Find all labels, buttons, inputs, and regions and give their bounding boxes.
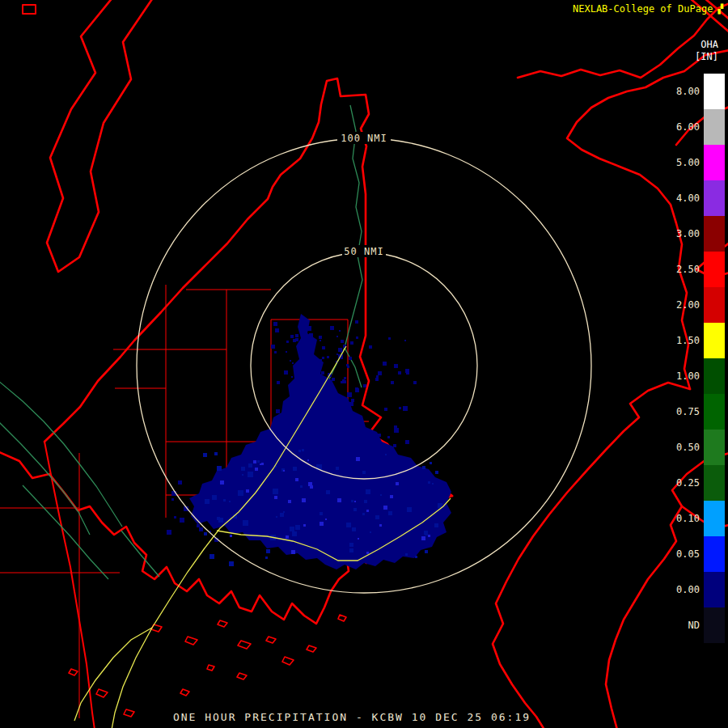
precip-pixel [292,531,297,536]
colorbar-row: 0.25 [662,465,725,501]
precip-pixel [346,523,351,527]
precip-pixel [294,399,296,401]
precip-pixel [334,412,338,416]
nh-border [44,442,95,728]
precip-pixel [286,399,290,402]
colorbar-label: 3.00 [662,228,704,239]
precip-pixel [398,371,401,375]
precip-pixel [294,382,297,385]
precip-pixel [320,340,321,341]
colorbar: 8.006.005.004.003.002.502.001.501.000.75… [662,74,725,643]
precip-pixel [378,371,382,375]
precip-pixel [300,485,303,488]
precip-pixel [302,498,306,502]
precip-pixel [320,512,323,515]
radar-screen: 100 NMI 50 NMI NEXLAB-College of DuPage … [0,0,728,728]
precip-pixel [223,499,226,502]
colorbar-label: 2.00 [662,299,704,311]
precip-pixel [415,556,417,558]
precip-pixel [312,358,315,361]
precip-pixel [203,453,207,457]
precip-pixel [432,483,434,485]
precip-pixel [274,496,277,499]
precip-pixel [180,518,184,523]
precip-pixel [393,444,396,447]
precip-pixel [171,498,174,501]
precip-pixel [205,499,210,504]
precip-pixel [307,326,311,331]
precip-pixel [341,381,343,383]
precip-pixel [201,489,203,491]
precip-pixel [323,392,326,395]
precip-pixel [399,407,401,409]
precip-pixel [286,351,287,353]
precip-pixel [332,395,336,399]
precip-pixel [349,402,353,406]
precip-pixel [291,550,295,554]
precip-pixel [352,527,356,531]
precip-pixel [375,378,379,381]
precip-pixel [261,463,264,465]
colorbar-swatch [704,216,725,252]
precip-pixel [322,346,325,349]
colorbar-label: 0.00 [662,584,704,595]
precip-pixel [294,377,298,380]
precip-pixel [199,527,203,531]
precip-pixel [293,339,296,342]
colorbar-row: 5.00 [662,145,725,180]
colorbar-label: ND [662,620,704,631]
precip-pixel [435,471,438,474]
precip-pixel [274,351,277,353]
precip-pixel [255,468,258,471]
precip-pixel [344,377,346,379]
precip-pixel [284,370,288,375]
precip-pixel [343,380,346,383]
precip-pixel [375,515,379,519]
colorbar-row: 0.05 [662,536,725,572]
colorbar-swatch [704,358,725,394]
precip-pixel [298,450,301,452]
precip-pixel [241,467,245,471]
precip-pixel [283,511,285,513]
maine-border [44,78,452,496]
precip-pixel [390,495,393,498]
precip-pixel [319,336,322,339]
precip-pixel [421,536,425,540]
precip-pixel [265,557,268,559]
precip-pixel [341,340,344,343]
precip-pixel [230,535,232,537]
precip-pixel [307,459,309,461]
precip-pixel [428,481,430,484]
precip-pixel [339,330,341,332]
precip-pixel [349,357,352,360]
radar-map: 100 NMI 50 NMI [0,0,728,728]
precip-pixel [229,501,231,502]
precip-pixel [311,395,315,399]
precip-pixel [253,460,256,463]
precip-pixel [276,409,280,413]
precip-pixel [266,549,270,553]
precip-pixel [347,366,349,368]
brand: NEXLAB-College of DuPage ▞ [573,3,723,15]
precip-pixel [303,385,305,387]
colorbar-label: 0.10 [662,513,704,524]
precip-pixel [288,500,291,503]
precip-pixel [396,482,399,485]
precip-pixel [407,507,412,512]
precip-pixel [355,388,359,392]
precip-pixel [204,532,207,535]
precip-pixel [273,489,278,494]
precip-pixel [288,411,290,413]
precip-pixel [349,548,353,552]
precip-pixel [425,550,428,553]
colorbar-label: 1.50 [662,335,704,346]
precip-pixel [210,554,214,559]
brand-text: NEXLAB-College of DuPage [573,3,713,15]
precip-pixel [316,404,320,408]
precip-pixel [391,381,394,384]
colorbar-row: 8.00 [662,74,725,109]
precip-pixel [383,506,387,510]
precip-pixel [332,378,335,381]
precip-pixel [290,360,291,362]
precip-pixel [336,467,339,470]
